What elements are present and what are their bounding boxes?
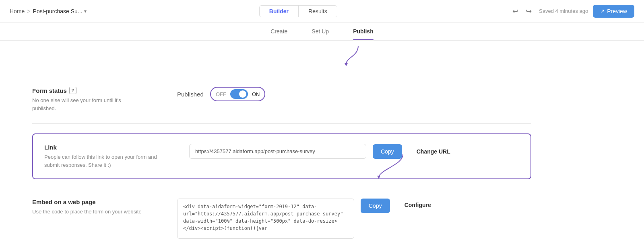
breadcrumb: Home > Post-purchase Su... ▾ [10,8,87,14]
main-content: Form status ? No one else will see your … [0,66,564,252]
copy-link-button[interactable]: Copy [373,144,402,159]
embed-right: Copy Configure [177,199,531,239]
link-description: People can follow this link to open your… [44,153,157,169]
configure-label[interactable]: Configure [405,202,431,208]
breadcrumb-home[interactable]: Home [10,8,25,14]
step-nav: Create Set Up Publish [0,23,644,41]
embed-label: Embed on a web page [32,199,161,205]
preview-button[interactable]: ↗ Preview [593,5,634,18]
preview-label: Preview [607,8,627,14]
embed-code-textarea[interactable] [177,199,354,239]
toggle-wrapper[interactable]: OFF ON [210,87,266,101]
breadcrumb-separator: > [27,8,30,14]
link-label: Link [44,144,173,151]
embed-description: Use the code to place the form on your w… [32,208,145,216]
step-publish[interactable]: Publish [353,28,374,40]
top-nav: Home > Post-purchase Su... ▾ Builder Res… [0,0,644,23]
saved-label: Saved 4 minutes ago [539,8,588,14]
toggle-on-label: ON [252,91,260,97]
toolbar-right: ↩ ↪ Saved 4 minutes ago ↗ Preview [510,5,634,18]
breadcrumb-dropdown-icon[interactable]: ▾ [84,8,87,14]
svg-marker-1 [377,176,380,179]
link-section: Link People can follow this link to open… [32,133,531,179]
step-create[interactable]: Create [270,28,287,40]
published-text: Published [177,91,204,98]
toggle-off-label: OFF [216,91,226,97]
tab-builder[interactable]: Builder [260,6,299,17]
link-url-input[interactable] [189,144,366,159]
toggle-slider [230,89,248,99]
link-right: Copy Change URL [189,144,519,159]
main-tab-group: Builder Results [259,5,337,17]
undo-button[interactable]: ↩ [510,5,521,17]
form-status-row: Form status ? No one else will see your … [32,79,531,124]
publish-arrow-decoration [342,44,374,66]
external-link-icon: ↗ [600,8,605,14]
embed-section: Embed on a web page Use the code to plac… [32,189,531,248]
copy-embed-button[interactable]: Copy [361,199,390,213]
change-url-label[interactable]: Change URL [417,148,450,155]
tab-results[interactable]: Results [299,6,337,17]
form-status-description: No one else will see your form until it'… [32,96,145,112]
link-label-col: Link People can follow this link to open… [44,144,173,169]
embed-label-col: Embed on a web page Use the code to plac… [32,199,161,216]
toggle-switch[interactable] [230,89,248,99]
step-setup[interactable]: Set Up [312,28,329,40]
form-status-label-col: Form status ? No one else will see your … [32,87,161,112]
redo-button[interactable]: ↪ [523,5,534,17]
copy-arrow-area: Copy [373,144,402,159]
form-status-help-badge[interactable]: ? [69,87,76,94]
undo-redo-group: ↩ ↪ [510,5,534,17]
status-control: Published OFF ON [177,87,265,101]
breadcrumb-current: Post-purchase Su... ▾ [33,8,87,14]
svg-marker-0 [345,63,348,66]
form-status-label: Form status ? [32,87,161,94]
